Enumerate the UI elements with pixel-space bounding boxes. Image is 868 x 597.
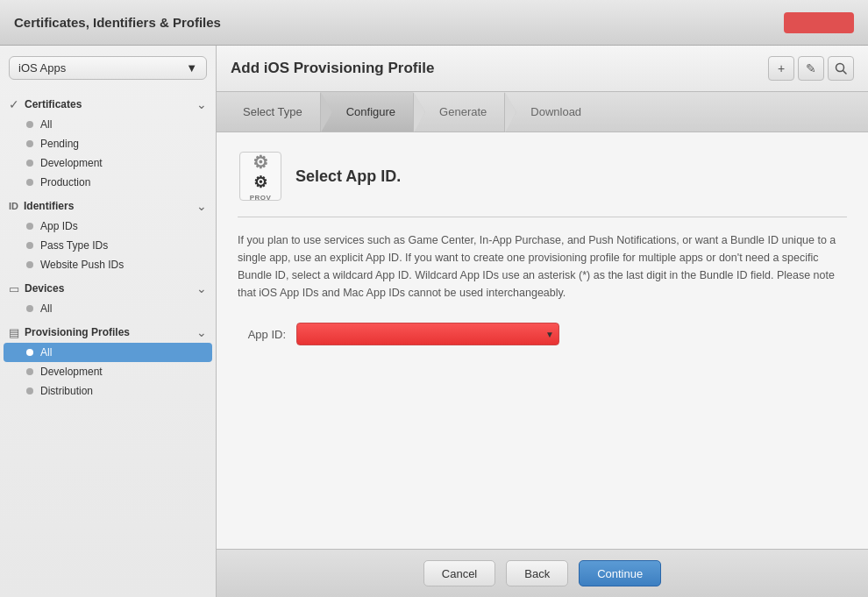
sidebar-item-website-push-ids[interactable]: Website Push IDs xyxy=(0,255,216,274)
header-action-buttons: + ✎ xyxy=(768,56,854,81)
platform-dropdown[interactable]: iOS Apps ▼ xyxy=(9,56,207,80)
sidebar-item-pass-type-ids[interactable]: Pass Type IDs xyxy=(0,236,216,255)
identifiers-section-header[interactable]: ID Identifiers ⌄ xyxy=(0,192,216,217)
sidebar-item-certificates-pending[interactable]: Pending xyxy=(0,134,216,153)
search-button[interactable] xyxy=(828,56,854,81)
app-id-select-wrapper: ▼ xyxy=(296,323,559,345)
devices-section-header[interactable]: ▭ Devices ⌄ xyxy=(0,274,216,299)
devices-icon: ▭ xyxy=(9,282,19,295)
provisioning-profiles-section-title: Provisioning Profiles xyxy=(25,326,130,338)
dot-icon xyxy=(26,160,33,167)
section-heading: ⚙ PROV Select App ID. xyxy=(238,150,847,203)
dot-icon xyxy=(26,179,33,186)
certificates-chevron-icon: ⌄ xyxy=(196,97,207,111)
dot-icon xyxy=(26,242,33,249)
description-text: If you plan to use services such as Game… xyxy=(238,231,847,302)
step-select-type: Select Type xyxy=(217,92,320,131)
dot-icon xyxy=(26,121,33,128)
provisioning-profile-icon: ⚙ PROV xyxy=(238,150,283,203)
platform-dropdown-label: iOS Apps xyxy=(18,61,66,75)
sidebar-item-provisioning-development[interactable]: Development xyxy=(0,362,216,381)
search-icon xyxy=(835,62,847,75)
title-bar: Certificates, Identifiers & Profiles xyxy=(0,0,868,46)
page-title: Add iOS Provisioning Profile xyxy=(231,60,434,77)
provisioning-chevron-icon: ⌄ xyxy=(196,325,207,339)
certificates-section-title: Certificates xyxy=(25,98,82,110)
divider xyxy=(238,217,847,217)
certificates-section-header[interactable]: ✓ Certificates ⌄ xyxy=(0,90,216,115)
identifiers-chevron-icon: ⌄ xyxy=(196,199,207,213)
continue-button[interactable]: Continue xyxy=(579,560,661,586)
gear-icon: ⚙ xyxy=(253,173,267,192)
action-footer: Cancel Back Continue xyxy=(217,549,868,597)
chevron-down-icon: ▼ xyxy=(186,61,197,75)
main-content-body: ⚙ PROV Select App ID. If you plan to use… xyxy=(217,132,868,549)
app-id-select[interactable] xyxy=(296,323,559,345)
svg-line-1 xyxy=(843,71,847,75)
step-generate: Generate xyxy=(413,92,504,131)
content-header: Add iOS Provisioning Profile + ✎ xyxy=(217,46,868,92)
app-title: Certificates, Identifiers & Profiles xyxy=(14,15,221,30)
step-configure: Configure xyxy=(320,92,413,131)
app-id-label: App ID: xyxy=(238,328,286,341)
sidebar-item-certificates-all[interactable]: All xyxy=(0,115,216,134)
provisioning-profiles-section-header[interactable]: ▤ Provisioning Profiles ⌄ xyxy=(0,318,216,343)
certificates-icon: ✓ xyxy=(9,97,19,111)
step-download: Download xyxy=(504,92,599,131)
sidebar-item-certificates-production[interactable]: Production xyxy=(0,173,216,192)
provisioning-icon: ▤ xyxy=(9,326,19,339)
dot-icon xyxy=(26,261,33,268)
prov-label: PROV xyxy=(250,194,272,202)
back-button[interactable]: Back xyxy=(506,560,568,586)
sidebar-item-provisioning-all[interactable]: All xyxy=(4,343,212,362)
identifiers-icon: ID xyxy=(9,201,18,211)
dot-icon xyxy=(26,305,33,312)
sidebar-item-app-ids[interactable]: App IDs xyxy=(0,217,216,236)
sidebar: iOS Apps ▼ ✓ Certificates ⌄ All Pending … xyxy=(0,46,217,597)
content-area: Add iOS Provisioning Profile + ✎ Select … xyxy=(217,46,868,597)
select-app-id-heading: Select App ID. xyxy=(295,167,401,186)
app-id-row: App ID: ▼ xyxy=(238,323,847,345)
main-layout: iOS Apps ▼ ✓ Certificates ⌄ All Pending … xyxy=(0,46,868,597)
progress-steps: Select Type Configure Generate Download xyxy=(217,92,868,132)
dot-icon xyxy=(26,387,33,394)
add-button[interactable]: + xyxy=(768,56,794,81)
sidebar-item-certificates-development[interactable]: Development xyxy=(0,153,216,173)
sidebar-item-devices-all[interactable]: All xyxy=(0,299,216,318)
devices-section-title: Devices xyxy=(25,282,64,295)
dot-icon xyxy=(26,223,33,230)
cancel-button[interactable]: Cancel xyxy=(423,560,495,586)
edit-button[interactable]: ✎ xyxy=(798,56,824,81)
dot-icon xyxy=(26,349,33,356)
identifiers-section-title: Identifiers xyxy=(24,200,74,212)
title-bar-button[interactable] xyxy=(784,12,854,33)
dot-icon xyxy=(26,368,33,375)
sidebar-item-provisioning-distribution[interactable]: Distribution xyxy=(0,381,216,401)
devices-chevron-icon: ⌄ xyxy=(196,281,207,295)
dot-icon xyxy=(26,140,33,147)
